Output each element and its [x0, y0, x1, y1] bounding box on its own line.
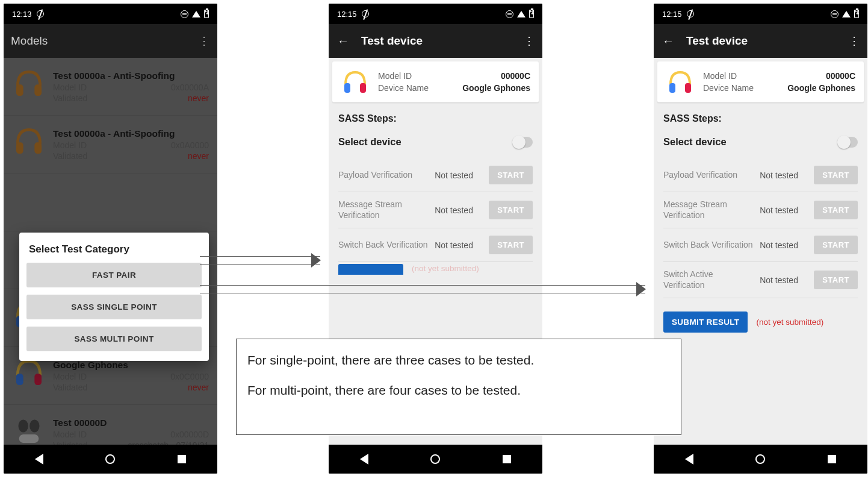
device-name-value: Google Gphones — [462, 83, 530, 93]
dnd-status-icon — [831, 10, 839, 18]
nav-recent-icon[interactable] — [178, 455, 186, 463]
select-device-label: Select device — [338, 136, 401, 148]
test-row: Message Stream Verification Not tested S… — [338, 192, 533, 228]
android-nav-bar — [329, 445, 542, 474]
dnd-icon — [37, 10, 44, 17]
test-row: Switch Back Verification Not tested STAR… — [663, 228, 858, 262]
test-row: Payload Verification Not tested START — [338, 158, 533, 192]
test-row: Switch Active Verification Not tested ST… — [663, 262, 858, 298]
device-card: Model ID00000C Device NameGoogle Gphones — [657, 61, 864, 102]
phone-test-multi: 12:15 ← Test device ⋮ Model ID00000C Dev… — [654, 4, 867, 474]
nav-back-icon[interactable] — [35, 454, 43, 465]
test-row: Switch Back Verification Not tested STAR… — [338, 228, 533, 262]
sass-single-point-button[interactable]: SASS SINGLE POINT — [26, 295, 202, 319]
model-id-label: Model ID — [703, 71, 737, 81]
test-name: Message Stream Verification — [338, 199, 430, 221]
model-id-label: Model ID — [378, 71, 412, 81]
test-name: Message Stream Verification — [663, 199, 755, 221]
sass-steps-title: SASS Steps: — [338, 113, 533, 124]
test-name: Switch Back Verification — [663, 240, 755, 251]
test-name: Switch Back Verification — [338, 240, 430, 251]
device-name-value: Google Gphones — [787, 83, 855, 93]
test-status: Not tested — [435, 240, 484, 250]
nav-home-icon[interactable] — [105, 454, 115, 464]
model-id-value: 00000C — [501, 71, 530, 81]
dnd-icon — [687, 10, 694, 17]
test-name: Payload Verification — [338, 170, 430, 181]
caption-box: For single-point, there are three cases … — [236, 339, 681, 435]
overflow-menu-icon[interactable]: ⋮ — [198, 34, 210, 48]
submit-row: SUBMIT RESULT (not yet submitted) — [654, 298, 867, 346]
app-bar: ← Test device ⋮ — [329, 24, 542, 58]
test-status: Not tested — [435, 171, 484, 180]
submit-result-button[interactable] — [338, 264, 403, 275]
status-bar: 12:13 — [4, 4, 217, 24]
svg-rect-13 — [669, 83, 675, 93]
start-button[interactable]: START — [814, 201, 858, 219]
battery-icon — [529, 10, 534, 18]
select-test-category-dialog: Select Test Category FAST PAIR SASS SING… — [19, 233, 209, 361]
test-row: Message Stream Verification Not tested S… — [663, 192, 858, 228]
app-bar: Models ⋮ — [4, 24, 217, 58]
android-nav-bar — [654, 445, 867, 474]
svg-rect-14 — [685, 83, 691, 93]
test-name: Switch Active Verification — [663, 269, 755, 290]
submit-row: (not yet submitted) — [338, 264, 479, 275]
test-status: Not tested — [760, 275, 809, 285]
test-status: Not tested — [760, 171, 809, 180]
phone-models: 12:13 Models ⋮ Test 00000a - Anti-Spoofi… — [4, 4, 217, 474]
svg-rect-12 — [360, 83, 366, 93]
select-device-toggle[interactable] — [837, 137, 858, 148]
status-bar: 12:15 — [654, 4, 867, 24]
test-row: Payload Verification Not tested START — [663, 158, 858, 192]
android-nav-bar — [4, 445, 217, 474]
caption-line1: For single-point, there are three cases … — [247, 351, 670, 369]
device-card: Model ID00000C Device NameGoogle Gphones — [332, 61, 539, 102]
dnd-icon — [362, 10, 369, 17]
nav-back-icon[interactable] — [360, 454, 368, 465]
nav-home-icon[interactable] — [430, 454, 440, 464]
appbar-title: Test device — [361, 34, 523, 48]
caption-line2: For multi-point, there are four cases to… — [247, 381, 670, 399]
nav-recent-icon[interactable] — [828, 455, 836, 463]
app-bar: ← Test device ⋮ — [654, 24, 867, 58]
submit-status: (not yet submitted) — [412, 264, 479, 273]
svg-rect-11 — [344, 83, 350, 93]
wifi-icon — [192, 11, 200, 17]
test-status: Not tested — [760, 240, 809, 250]
status-time: 12:15 — [662, 10, 682, 19]
back-arrow-icon[interactable]: ← — [336, 34, 350, 48]
overflow-menu-icon[interactable]: ⋮ — [848, 34, 860, 48]
start-button[interactable]: START — [814, 166, 858, 184]
select-device-toggle[interactable] — [512, 137, 533, 148]
wifi-icon — [842, 11, 851, 17]
fast-pair-button[interactable]: FAST PAIR — [26, 263, 202, 287]
nav-home-icon[interactable] — [755, 454, 765, 464]
start-button[interactable]: START — [814, 236, 858, 254]
models-list: Test 00000a - Anti-Spoofing Model ID0x00… — [4, 58, 217, 445]
sass-multi-point-button[interactable]: SASS MULTI POINT — [26, 327, 202, 351]
test-device-content: Model ID00000C Device NameGoogle Gphones… — [654, 58, 867, 445]
dnd-status-icon — [506, 10, 513, 18]
test-name: Payload Verification — [663, 170, 755, 181]
test-status: Not tested — [435, 205, 484, 215]
arrow-single-point — [200, 256, 320, 265]
dnd-status-icon — [181, 10, 188, 18]
nav-recent-icon[interactable] — [503, 455, 511, 463]
nav-back-icon[interactable] — [685, 454, 693, 465]
wifi-icon — [517, 11, 525, 17]
start-button[interactable]: START — [489, 236, 533, 254]
submit-result-button[interactable]: SUBMIT RESULT — [663, 312, 748, 333]
appbar-title: Models — [11, 34, 198, 48]
sass-steps-title: SASS Steps: — [663, 113, 858, 124]
status-time: 12:15 — [337, 10, 357, 19]
back-arrow-icon[interactable]: ← — [661, 34, 675, 48]
battery-icon — [854, 10, 859, 18]
start-button[interactable]: START — [489, 166, 533, 184]
start-button[interactable]: START — [814, 271, 858, 289]
status-bar: 12:15 — [329, 4, 542, 24]
overflow-menu-icon[interactable]: ⋮ — [523, 34, 535, 48]
start-button[interactable]: START — [489, 201, 533, 219]
headphone-icon — [666, 67, 695, 96]
arrow-multi-point — [200, 285, 645, 293]
